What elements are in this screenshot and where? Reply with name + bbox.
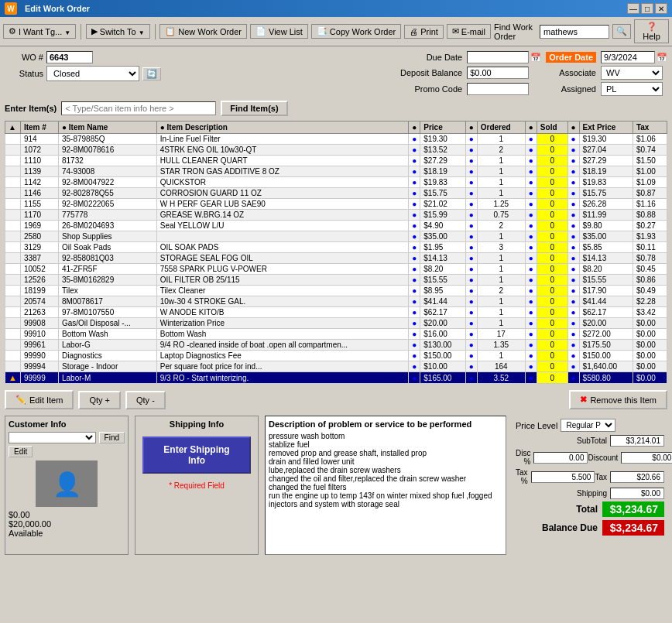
deposit-balance-label: Deposit Balance — [400, 68, 462, 77]
ordered-cell: 3 — [477, 242, 525, 253]
edit-item-button[interactable]: ✏️ Edit Item — [5, 390, 74, 409]
new-work-order-button[interactable]: 📋 New Work Order — [159, 24, 247, 39]
promo-code-input[interactable] — [467, 83, 529, 95]
help-button[interactable]: ❓ Help — [634, 19, 669, 43]
close-window-button[interactable]: ✕ — [655, 3, 667, 14]
status-label: Status — [5, 69, 43, 78]
status-refresh-button[interactable]: 🔄 — [142, 67, 161, 80]
blue-dot-cell3: ● — [525, 264, 537, 275]
customer-find-button[interactable]: Find — [99, 432, 125, 443]
customer-select[interactable] — [9, 432, 96, 443]
table-row[interactable]: 1155 92-8M0222065 W H PERF GEAR LUB SAE9… — [5, 199, 667, 210]
wo-number-input[interactable] — [46, 51, 93, 63]
ordered-cell: 1 — [477, 188, 525, 199]
table-row[interactable]: 1139 74-93008 STAR TRON GAS ADDITIVE 8 O… — [5, 166, 667, 177]
tax-row: Tax % Tax $20.66 — [516, 468, 664, 485]
find-items-button[interactable]: Find Item(s) — [221, 101, 287, 116]
table-row[interactable]: 21263 97-8M0107550 W ANODE KITO/B ● $62.… — [5, 307, 667, 318]
email-button[interactable]: ✉ E-mail — [447, 24, 491, 39]
qty-plus-button[interactable]: Qty + — [78, 391, 121, 409]
calendar-icon-2[interactable]: 📅 — [657, 53, 667, 63]
table-row[interactable]: 18199 Tilex Tilex Cleaner ● $8.95 ● 2 ● … — [5, 286, 667, 296]
shipping-label: Shipping — [516, 489, 610, 498]
table-row[interactable]: 99961 Labor-G 9/4 RO -cleaned inside of … — [5, 340, 667, 351]
table-row[interactable]: 1146 92-802878Q55 CORROSION GUARD 11 OZ … — [5, 188, 667, 199]
copy-work-order-button[interactable]: 📑 Copy Work Order — [311, 24, 401, 39]
blue-dot-cell4: ● — [567, 253, 579, 264]
customer-edit-button[interactable]: Edit — [9, 446, 33, 457]
table-row[interactable]: ▲ 99999 Labor-M 9/3 RO - Start winterizi… — [5, 372, 667, 384]
enter-shipping-button[interactable]: Enter Shipping Info — [142, 436, 251, 474]
scan-input[interactable] — [61, 101, 216, 115]
table-row[interactable]: 99994 Storage - Indoor Per square foot p… — [5, 361, 667, 372]
i-want-to-button[interactable]: ⚙ I Want Tg... — [3, 24, 76, 39]
ext-price-cell: $9.80 — [579, 221, 633, 231]
table-row[interactable]: 914 35-879885Q In-Line Fuel Filter ● $19… — [5, 134, 667, 145]
balance-due-label: Balance Due — [542, 522, 598, 533]
warn-cell — [5, 210, 21, 221]
due-date-input[interactable] — [467, 51, 529, 63]
x-icon: ✖ — [580, 395, 587, 405]
table-row[interactable]: 1170 775778 GREASE W.BRG.14 OZ ● $15.99 … — [5, 210, 667, 221]
print-button[interactable]: 🖨 Print — [404, 25, 444, 39]
view-list-button[interactable]: 📄 View List — [250, 24, 308, 39]
table-row[interactable]: 3129 Oil Soak Pads OIL SOAK PADS ● $1.95… — [5, 242, 667, 253]
calendar-icon[interactable]: 📅 — [530, 53, 541, 63]
table-row[interactable]: 99908 Gas/Oil Disposal -... Winterizatio… — [5, 318, 667, 329]
status-select[interactable]: Closed Open Pending — [46, 66, 139, 81]
price-level-row: Price Level Regular P — [516, 419, 664, 432]
table-row[interactable]: 10052 41-ZFR5F 7558 SPARK PLUG V-POWER ●… — [5, 264, 667, 275]
sold-cell: 0 — [537, 221, 567, 231]
ext-price-cell: $15.55 — [579, 275, 633, 286]
deposit-balance-input[interactable] — [467, 67, 529, 79]
customer-info-panel: Customer Info Find Edit 👤 $0.00 $20,000.… — [5, 416, 129, 555]
ordered-cell: 1 — [477, 134, 525, 145]
table-row[interactable]: 3387 92-858081Q03 STORAGE SEAL FOG OIL ●… — [5, 253, 667, 264]
blue-dot-cell2: ● — [465, 351, 477, 361]
table-row[interactable]: 20574 8M0078617 10w-30 4 STROKE GAL. ● $… — [5, 296, 667, 307]
item-desc-cell: Seal YELLOW L/U — [156, 221, 408, 231]
table-row[interactable]: 1072 92-8M0078616 4STRK ENG OIL 10w30-QT… — [5, 145, 667, 156]
associate-select[interactable]: WV — [601, 66, 663, 80]
blue-dot-cell: ● — [409, 351, 420, 361]
item-desc-cell: CORROSION GUARD 11 OZ — [156, 188, 408, 199]
disc-percent-input[interactable] — [533, 452, 588, 464]
price-cell: $41.44 — [420, 296, 465, 307]
price-cell: $4.90 — [420, 221, 465, 231]
switch-to-button[interactable]: ▶ Switch To — [86, 24, 150, 39]
price-level-select[interactable]: Regular P — [561, 419, 615, 432]
item-name-cell: Gas/Oil Disposal -... — [58, 318, 156, 329]
tax-cell: $1.93 — [633, 231, 667, 242]
qty-minus-button[interactable]: Qty - — [125, 391, 166, 409]
tax-cell: $0.00 — [633, 318, 667, 329]
blue-dot-cell2: ● — [465, 210, 477, 221]
blue-dot-cell3: ● — [525, 253, 537, 264]
total-row: Total $3,234.67 — [516, 501, 664, 517]
table-row[interactable]: 12526 35-8M0162829 OIL FILTER OB 25/115 … — [5, 275, 667, 286]
search-input[interactable] — [540, 25, 609, 39]
blue-dot-cell2: ● — [465, 156, 477, 166]
tax-percent-input[interactable] — [531, 471, 595, 483]
blue-dot-cell3: ● — [525, 318, 537, 329]
maximize-button[interactable]: □ — [641, 3, 653, 14]
item-desc-cell: Per square foot price for ind... — [156, 361, 408, 372]
warn-cell — [5, 340, 21, 351]
order-date-input[interactable] — [601, 51, 655, 63]
blue-dot-cell: ● — [409, 242, 420, 253]
minimize-button[interactable]: — — [627, 3, 639, 14]
table-row[interactable]: 1969 26-8M0204693 Seal YELLOW L/U ● $4.9… — [5, 221, 667, 231]
remove-item-button[interactable]: ✖ Remove this Item — [569, 390, 667, 409]
title-bar: W Edit Work Order — □ ✕ — [0, 0, 672, 17]
item-name-cell: Labor-G — [58, 340, 156, 351]
table-row[interactable]: 1110 81732 HULL CLEANER QUART ● $27.29 ●… — [5, 156, 667, 166]
table-row[interactable]: 2580 Shop Supplies ● $35.00 ● 1 ● 0 ● $3… — [5, 231, 667, 242]
new-doc-icon: 📋 — [165, 26, 176, 36]
table-row[interactable]: 1142 92-8M0047922 QUICKSTOR ● $19.83 ● 1… — [5, 177, 667, 188]
item-num-cell: 1969 — [20, 221, 58, 231]
table-row[interactable]: 99910 Bottom Wash Bottom Wash ● $16.00 ●… — [5, 329, 667, 340]
table-row[interactable]: 99990 Diagnostics Laptop Diagnostics Fee… — [5, 351, 667, 361]
warn-cell — [5, 329, 21, 340]
search-button[interactable]: 🔍 — [612, 24, 631, 39]
assigned-select[interactable]: PL — [601, 82, 663, 96]
gear-icon: ⚙ — [9, 26, 16, 36]
